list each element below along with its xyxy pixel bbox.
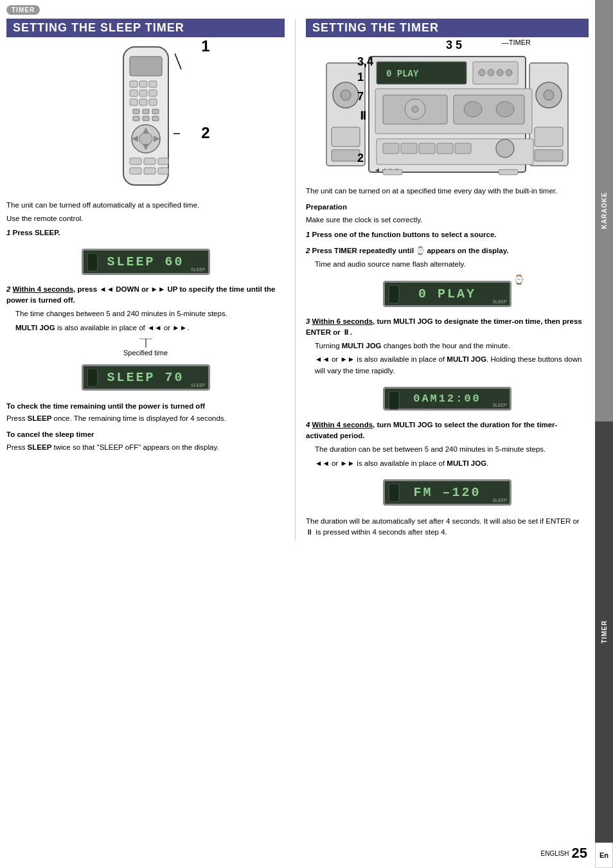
svg-rect-25	[158, 158, 168, 164]
svg-rect-3	[139, 81, 147, 87]
display-fm: FM –120 SLEEP	[383, 479, 511, 506]
right-step-1: 1 Press one of the function buttons to s…	[306, 229, 589, 240]
check-time-section: To check the time remaining until the po…	[6, 401, 285, 425]
svg-point-66	[496, 139, 514, 157]
svg-point-59	[496, 102, 514, 117]
right-step-2: 2 Press TIMER repeatedly until ⌚ appears…	[306, 245, 589, 270]
svg-rect-8	[130, 99, 138, 105]
display-fm-text: FM –120	[413, 485, 481, 500]
display2-container: SLEEP 70 SLEEP	[6, 359, 285, 396]
system-diagram: 0 PLAY	[306, 44, 589, 181]
display-remote-icon-2	[86, 369, 99, 388]
svg-rect-34	[87, 369, 98, 387]
right-intro: The unit can be turned on at a specified…	[306, 186, 589, 197]
left-column: SETTING THE SLEEP TIMER	[6, 19, 296, 540]
specified-time-arrow	[82, 339, 210, 349]
cancel-body: Press SLEEP twice so that "SLEEP oFF" ap…	[6, 442, 285, 453]
svg-rect-11	[133, 109, 139, 114]
svg-rect-14	[133, 116, 139, 121]
svg-rect-68	[383, 170, 402, 175]
main-content: TIMER SETTING THE SLEEP TIMER	[0, 0, 595, 547]
svg-point-52	[506, 69, 512, 76]
clock-symbol: ⌚	[513, 274, 524, 285]
callout-35: 3 5	[446, 39, 462, 52]
svg-rect-13	[152, 109, 159, 114]
display-play: 0 PLAY SLEEP	[383, 281, 511, 307]
bottom-note: The duration will be automatically set a…	[306, 516, 589, 538]
right-step-4: 4 Within 4 seconds, turn MULTI JOG to se…	[306, 420, 589, 469]
display-play-text: 0 PLAY	[418, 287, 476, 301]
cancel-sleep-section: To cancel the sleep timer Press SLEEP tw…	[6, 429, 285, 453]
svg-rect-31	[87, 253, 98, 271]
display2-text: SLEEP 70	[107, 370, 184, 385]
sleep-indicator-time: SLEEP	[492, 403, 507, 407]
left-step-2: 2 Within 4 seconds, press ◄◄ DOWN or ►► …	[6, 284, 285, 333]
page-number: 25	[572, 845, 587, 862]
check-body: Press SLEEP once. The remaining time is …	[6, 413, 285, 424]
svg-rect-69	[499, 170, 518, 175]
svg-rect-7	[149, 90, 157, 96]
page-number-bar: ENGLISH 25	[541, 845, 587, 862]
callout-pause: ⏸	[357, 109, 369, 123]
english-label: ENGLISH	[541, 850, 569, 857]
svg-rect-4	[149, 81, 157, 87]
display-sleep70: SLEEP 70 SLEEP	[82, 364, 210, 391]
two-column-layout: SETTING THE SLEEP TIMER	[6, 19, 589, 540]
display-time: 0AM12:00 SLEEP	[383, 387, 511, 411]
svg-point-56	[412, 106, 418, 112]
display1-text: SLEEP 60	[107, 254, 184, 269]
svg-rect-38	[332, 127, 360, 146]
use-remote: Use the remote control.	[6, 213, 285, 224]
sleep-indicator-fm: SLEEP	[492, 498, 507, 502]
svg-rect-70	[389, 285, 399, 303]
svg-rect-65	[455, 143, 471, 154]
remote-illustration-left: 1 2	[6, 44, 285, 193]
svg-rect-44	[535, 150, 563, 161]
svg-point-51	[497, 69, 503, 76]
display-play-container: ⌚ 0 PLAY SLEEP	[306, 276, 589, 312]
right-step-3: 3 Within 6 seconds, turn MULTI JOG to de…	[306, 316, 589, 376]
sleep-indicator-1: SLEEP	[191, 267, 206, 272]
svg-point-42	[544, 90, 554, 100]
left-step-1: 1 Press SLEEP.	[6, 227, 285, 238]
timer-tab: TIMER	[595, 421, 613, 843]
svg-rect-15	[143, 116, 149, 121]
svg-rect-27	[144, 168, 155, 174]
specified-time-label: Specified time	[123, 349, 168, 357]
svg-rect-43	[535, 127, 563, 146]
sleep-indicator-2: SLEEP	[191, 383, 206, 387]
svg-point-49	[479, 69, 485, 76]
prep-heading: Preparation	[306, 202, 589, 213]
display-remote-icon-1	[86, 253, 99, 272]
right-column: SETTING THE TIMER	[296, 19, 589, 540]
display-fm-container: FM –120 SLEEP	[306, 474, 589, 511]
callout-2-right: 2	[357, 152, 364, 165]
svg-rect-28	[158, 168, 168, 174]
timer-badge: TIMER	[6, 5, 589, 19]
svg-rect-39	[332, 150, 360, 161]
check-heading: To check the time remaining until the po…	[6, 401, 285, 412]
svg-rect-72	[389, 484, 399, 502]
remote-svg-left	[111, 44, 181, 191]
svg-rect-71	[389, 391, 399, 409]
svg-rect-63	[419, 143, 435, 154]
callout-1-left: 1	[201, 37, 209, 55]
callout-2-left: 2	[201, 124, 209, 142]
svg-rect-24	[144, 158, 155, 164]
svg-point-50	[488, 69, 494, 76]
svg-rect-64	[437, 143, 453, 154]
prep-body: Make sure the clock is set correctly.	[306, 215, 589, 226]
display-remote-icon-fm	[387, 484, 400, 503]
callout-1-right: 1	[357, 71, 364, 84]
display-remote-icon-play	[387, 285, 400, 305]
left-intro: The unit can be turned off automatically…	[6, 200, 285, 211]
sleep-indicator-play: SLEEP	[492, 299, 507, 304]
svg-point-18	[139, 132, 152, 145]
callout-34: 3,4	[357, 55, 373, 69]
right-section-title: SETTING THE TIMER	[306, 19, 589, 37]
display-remote-icon-time	[387, 391, 400, 411]
svg-rect-1	[130, 57, 162, 76]
svg-point-37	[341, 90, 351, 100]
svg-point-58	[464, 102, 482, 117]
callout-7: 7	[357, 90, 364, 103]
